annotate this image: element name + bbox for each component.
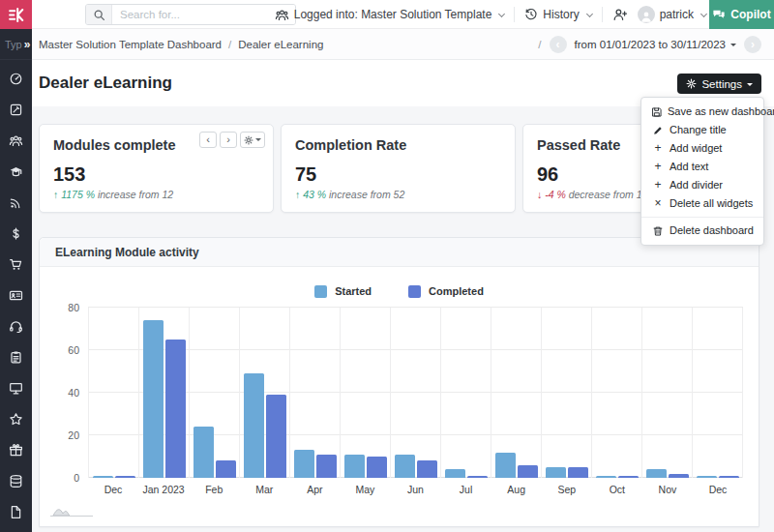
- legend-item-started[interactable]: Started: [314, 282, 372, 300]
- bar-completed-dec-0[interactable]: [115, 476, 135, 478]
- legend-label: Completed: [429, 285, 484, 297]
- history-icon: [524, 8, 538, 21]
- sidebar-item-star[interactable]: [0, 403, 32, 434]
- y-axis-tick: 40: [68, 387, 79, 399]
- date-separator: /: [538, 39, 541, 50]
- breadcrumb-item-current: Dealer eLearning: [238, 39, 323, 50]
- chart-navigator-icon[interactable]: [49, 505, 94, 522]
- divider: [514, 7, 515, 22]
- menu-item-label: Add widget: [670, 141, 722, 156]
- sidebar-item-clipboard[interactable]: [0, 341, 32, 372]
- sidebar-item-users[interactable]: [0, 125, 32, 156]
- add-user-button[interactable]: [612, 7, 628, 22]
- bar-started-jun-6[interactable]: [395, 455, 415, 478]
- bar-completed-feb-2[interactable]: [216, 460, 236, 478]
- sidebar-item-cart[interactable]: [0, 249, 32, 280]
- chat-icon: [712, 8, 726, 21]
- caret-down-icon: [255, 138, 261, 144]
- menu-item-add-widget[interactable]: +Add widget: [641, 139, 763, 158]
- sidebar-item-graduation-cap[interactable]: [0, 156, 32, 187]
- menu-item-save-as-new-dashboard[interactable]: Save as new dashboard: [641, 103, 763, 121]
- bar-started-nov-11[interactable]: [646, 469, 667, 478]
- sidebar-header[interactable]: Typ »: [0, 29, 32, 60]
- breadcrumb: Master Solution Template Dashboard / Dea…: [39, 39, 323, 50]
- search-input[interactable]: [112, 5, 295, 24]
- bar-started-jan-2023-1[interactable]: [143, 320, 164, 478]
- expand-sidebar-icon[interactable]: »: [24, 38, 31, 51]
- chart-widget: ELearning Module activity StartedComplet…: [39, 237, 759, 527]
- bar-completed-aug-8[interactable]: [518, 465, 538, 478]
- bar-started-mar-3[interactable]: [244, 373, 264, 478]
- bar-started-jul-7[interactable]: [445, 469, 465, 478]
- kpi-title: Completion Rate: [295, 137, 501, 153]
- x-axis-tick: Oct: [592, 478, 642, 495]
- sidebar-item-gift[interactable]: [0, 434, 32, 465]
- app-logo[interactable]: [0, 0, 32, 29]
- menu-item-delete-dashboard[interactable]: Delete dashboard: [641, 222, 763, 240]
- bar-group-feb-2: [190, 308, 240, 478]
- user-menu[interactable]: patrick: [638, 6, 706, 23]
- widget-settings-button[interactable]: [240, 132, 265, 148]
- bar-completed-nov-11[interactable]: [669, 474, 689, 478]
- menu-item-label: Delete dashboard: [670, 223, 754, 238]
- bar-completed-oct-10[interactable]: [618, 476, 639, 478]
- bar-group-aug-8: [491, 308, 542, 478]
- widget-next-button[interactable]: ›: [220, 132, 237, 148]
- x-axis-tick: Jul: [441, 478, 491, 495]
- date-prev-button[interactable]: ‹: [550, 36, 567, 53]
- bar-started-aug-8[interactable]: [495, 453, 516, 478]
- date-range-dropdown[interactable]: from 01/01/2023 to 30/11/2023: [575, 39, 736, 50]
- bar-completed-may-5[interactable]: [367, 457, 387, 478]
- bar-completed-jan-2023-1[interactable]: [165, 340, 186, 478]
- legend-item-completed[interactable]: Completed: [408, 282, 484, 300]
- logged-into-dropdown[interactable]: Logged into: Master Solution Template: [275, 8, 505, 22]
- bar-started-dec-0[interactable]: [93, 476, 113, 478]
- sidebar-item-pen-square[interactable]: [0, 94, 32, 125]
- bar-started-feb-2[interactable]: [194, 427, 214, 478]
- global-search: [85, 4, 296, 25]
- sidebar-item-rss[interactable]: [0, 187, 32, 218]
- bar-started-apr-4[interactable]: [294, 450, 314, 478]
- sidebar-item-dollar[interactable]: [0, 218, 32, 249]
- bar-completed-jun-6[interactable]: [417, 460, 437, 478]
- menu-item-label: Add divider: [670, 178, 723, 192]
- chart-plot: 020406080: [88, 308, 743, 478]
- sidebar-item-database[interactable]: [0, 465, 32, 496]
- bar-group-mar-3: [240, 308, 290, 478]
- kpi-delta: ↑ 1175 % increase from 12: [53, 189, 259, 200]
- date-range-label: from 01/01/2023 to 30/11/2023: [575, 39, 726, 50]
- bar-started-sep-9[interactable]: [546, 467, 566, 478]
- bar-started-may-5[interactable]: [344, 455, 365, 478]
- date-next-button[interactable]: ›: [744, 36, 761, 53]
- sidebar-item-desktop[interactable]: [0, 372, 32, 403]
- bar-completed-dec-12[interactable]: [719, 476, 739, 478]
- bar-started-oct-10[interactable]: [596, 476, 616, 478]
- menu-item-change-title[interactable]: Change title: [641, 121, 763, 139]
- menu-item-add-divider[interactable]: +Add divider: [641, 176, 763, 194]
- widget-prev-button[interactable]: ‹: [199, 132, 217, 148]
- menu-item-delete-all-widgets[interactable]: ×Delete all widgets: [641, 194, 763, 213]
- history-dropdown[interactable]: History: [524, 8, 591, 21]
- menu-item-add-text[interactable]: +Add text: [641, 158, 763, 176]
- sidebar-item-file[interactable]: [0, 496, 32, 527]
- headset-icon: [9, 319, 23, 334]
- y-axis-tick: 0: [74, 472, 79, 484]
- sidebar-item-id-card[interactable]: [0, 280, 32, 310]
- bar-completed-sep-9[interactable]: [568, 467, 588, 478]
- breadcrumb-item-dashboard[interactable]: Master Solution Template Dashboard: [39, 39, 222, 50]
- x-axis-tick: Sep: [542, 478, 592, 495]
- menu-item-label: Change title: [670, 123, 727, 137]
- settings-button[interactable]: Settings: [677, 74, 761, 94]
- bar-group-dec-12: [693, 308, 743, 478]
- bar-completed-mar-3[interactable]: [266, 395, 286, 478]
- avatar: [638, 6, 655, 23]
- bar-group-jul-7: [441, 308, 491, 478]
- bar-completed-jul-7[interactable]: [467, 476, 488, 478]
- plus-icon: +: [651, 141, 665, 156]
- y-axis-tick: 20: [68, 429, 79, 441]
- sidebar-item-gauge[interactable]: [0, 63, 32, 94]
- bar-started-dec-12[interactable]: [697, 476, 717, 478]
- copilot-button[interactable]: Copilot: [709, 0, 774, 29]
- bar-completed-apr-4[interactable]: [316, 455, 337, 478]
- sidebar-item-headset[interactable]: [0, 310, 32, 341]
